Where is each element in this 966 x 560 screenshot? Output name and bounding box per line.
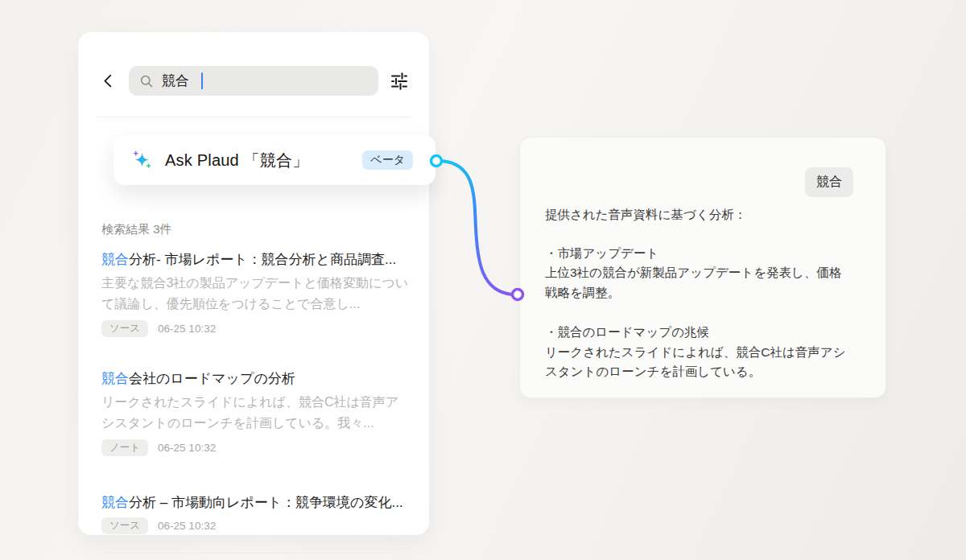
result-title-text: 分析- 市場レポート：競合分析と商品調査... [129, 252, 396, 267]
result-title-text: 分析 – 市場動向レポート：競争環境の変化... [129, 495, 403, 510]
query-chip[interactable]: 競合 [805, 167, 853, 197]
result-snippet: リークされたスライドによれば、競合C社は音声アシスタントのローンチを計画している… [101, 392, 410, 434]
result-timestamp: 06-25 10:32 [158, 323, 216, 335]
analysis-panel: 競合 提供された音声資料に基づく分析： ・市場アップデート上位3社の競合が新製品… [519, 137, 886, 398]
search-query-text: 競合 [162, 72, 189, 90]
bullet-body: リークされたスライドによれば、競合C社は音声アシスタントのローンチを計画している… [545, 345, 846, 379]
filter-button[interactable] [389, 71, 410, 92]
bullet-title: ・競合のロードマップの兆候 [545, 325, 709, 339]
sliders-icon [390, 72, 409, 91]
result-meta: ソース 06-25 10:32 [101, 320, 410, 337]
chevron-left-icon [100, 72, 118, 90]
result-title: 競合分析- 市場レポート：競合分析と商品調査... [101, 249, 410, 270]
analysis-intro: 提供された音声資料に基づく分析： [545, 205, 853, 225]
source-type-badge: ソース [101, 517, 148, 534]
source-type-badge: ソース [101, 320, 148, 337]
bullet-body: 上位3社の競合が新製品アップデートを発表し、価格戦略を調整。 [545, 266, 841, 299]
highlighted-term: 競合 [101, 371, 129, 386]
analysis-bullet-1: ・市場アップデート上位3社の競合が新製品アップデートを発表し、価格戦略を調整。 [545, 244, 853, 303]
chip-row: 競合 [545, 167, 853, 197]
result-title-text: 会社のロードマップの分析 [129, 371, 295, 386]
result-item-1[interactable]: 競合分析- 市場レポート：競合分析と商品調査... 主要な競合3社の製品アップデ… [101, 249, 410, 337]
result-item-3[interactable]: 競合分析 – 市場動向レポート：競争環境の変化... ソース 06-25 10:… [101, 492, 410, 534]
highlighted-term: 競合 [101, 252, 129, 267]
result-meta: ノート 06-25 10:32 [101, 439, 410, 456]
divider [97, 117, 410, 117]
result-title: 競合分析 – 市場動向レポート：競争環境の変化... [101, 492, 410, 513]
search-panel: 競合 検索結果 3件 競合分析- 市場レポート：競合分析と商品調査... 主要な… [78, 32, 429, 535]
highlighted-term: 競合 [101, 495, 129, 510]
analysis-bullet-2: ・競合のロードマップの兆候リークされたスライドによれば、競合C社は音声アシスタン… [545, 323, 853, 382]
divider [105, 553, 390, 554]
result-title: 競合会社のロードマップの分析 [101, 368, 410, 389]
ask-plaud-card[interactable]: Ask Plaud 「競合」 ベータ [114, 135, 436, 185]
back-button[interactable] [99, 72, 118, 91]
search-topbar: 競合 [78, 32, 429, 96]
result-timestamp: 06-25 10:32 [158, 442, 216, 454]
result-meta: ソース 06-25 10:32 [101, 517, 410, 534]
result-item-2[interactable]: 競合会社のロードマップの分析 リークされたスライドによれば、競合C社は音声アシス… [101, 368, 410, 456]
search-results: 検索結果 3件 競合分析- 市場レポート：競合分析と商品調査... 主要な競合3… [78, 222, 429, 554]
result-timestamp: 06-25 10:32 [158, 520, 216, 532]
results-count: 検索結果 3件 [101, 222, 410, 237]
sparkle-icon [131, 150, 153, 171]
text-caret [201, 72, 203, 89]
beta-badge: ベータ [362, 150, 413, 170]
magnifier-icon [138, 73, 155, 89]
ask-plaud-label: Ask Plaud 「競合」 [165, 150, 308, 171]
analysis-text: 提供された音声資料に基づく分析： ・市場アップデート上位3社の競合が新製品アップ… [545, 205, 853, 382]
bullet-title: ・市場アップデート [545, 246, 658, 260]
result-snippet: 主要な競合3社の製品アップデートと価格変動について議論し、優先順位をつけることで… [101, 273, 410, 315]
search-input[interactable]: 競合 [129, 66, 378, 96]
source-type-badge: ノート [101, 439, 148, 456]
